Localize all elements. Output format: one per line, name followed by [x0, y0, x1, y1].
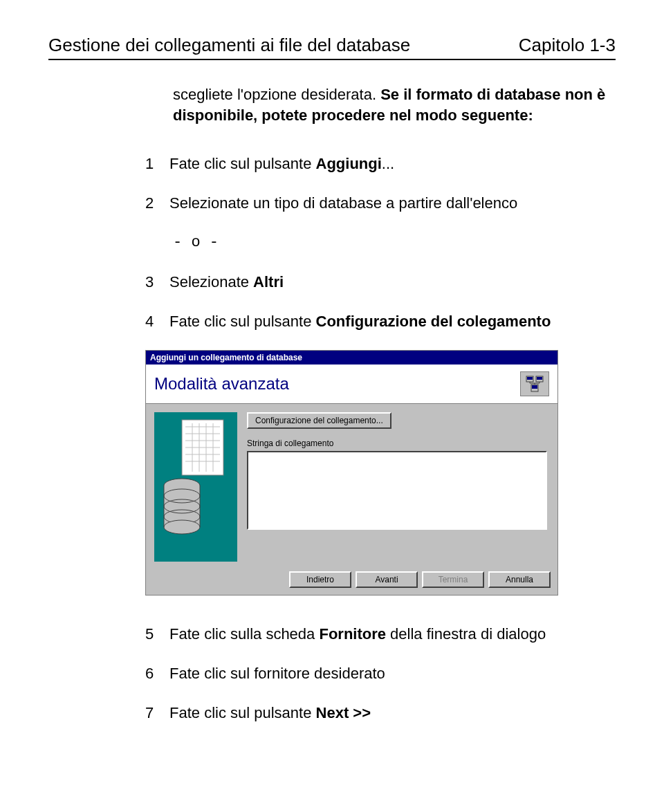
- step-2: 2 Selezionate un tipo di database a part…: [145, 192, 616, 214]
- or-separator: - o -: [173, 232, 616, 254]
- step-number: 2: [145, 192, 169, 214]
- connection-string-input[interactable]: [247, 451, 547, 530]
- cancel-button[interactable]: Annulla: [488, 571, 551, 588]
- header-left: Gestione dei collegamenti ai file del da…: [48, 35, 410, 56]
- step-number: 1: [145, 153, 169, 175]
- step-6: 6 Fate clic sul fornitore desiderato: [145, 663, 616, 685]
- step-text: Fate clic sul pulsante Next >>: [169, 702, 616, 724]
- step-5: 5 Fate clic sulla scheda Fornitore della…: [145, 623, 616, 645]
- dialog-banner: Modalità avanzata: [146, 365, 557, 404]
- step-3: 3 Selezionate Altri: [145, 271, 616, 293]
- page-header: Gestione dei collegamenti ai file del da…: [48, 35, 616, 60]
- step-text: Fate clic sul pulsante Aggiungi...: [169, 153, 616, 175]
- back-button[interactable]: Indietro: [289, 571, 351, 588]
- dialog-screenshot: Aggiungi un collegamento di database Mod…: [145, 350, 616, 596]
- dialog-body: Configurazione del collegamento... Strin…: [146, 404, 557, 567]
- step-text: Selezionate un tipo di database a partir…: [169, 192, 616, 214]
- finish-button: Termina: [422, 571, 484, 588]
- add-connection-dialog: Aggiungi un collegamento di database Mod…: [145, 350, 558, 596]
- intro-pre: scegliete l'opzione desiderata.: [173, 86, 380, 103]
- banner-title: Modalità avanzata: [154, 374, 289, 394]
- step-text: Fate clic sul fornitore desiderato: [169, 663, 616, 685]
- dialog-right-pane: Configurazione del collegamento... Strin…: [247, 412, 549, 530]
- step-4: 4 Fate clic sul pulsante Configurazione …: [145, 311, 616, 333]
- svg-point-26: [164, 520, 200, 534]
- step-text: Selezionate Altri: [169, 271, 616, 293]
- connection-string-label: Stringa di collegamento: [247, 439, 549, 448]
- step-number: 7: [145, 702, 169, 724]
- step-number: 4: [145, 311, 169, 333]
- svg-rect-5: [532, 385, 537, 389]
- dialog-titlebar: Aggiungi un collegamento di database: [146, 351, 557, 365]
- step-number: 3: [145, 271, 169, 293]
- step-number: 5: [145, 623, 169, 645]
- svg-rect-1: [527, 377, 533, 380]
- configure-connection-button[interactable]: Configurazione del collegamento...: [247, 412, 391, 429]
- intro-paragraph: scegliete l'opzione desiderata. Se il fo…: [173, 84, 616, 125]
- header-right: Capitolo 1-3: [519, 35, 616, 56]
- svg-rect-3: [537, 377, 542, 380]
- step-number: 6: [145, 663, 169, 685]
- dialog-button-row: Indietro Avanti Termina Annulla: [146, 567, 557, 595]
- next-button[interactable]: Avanti: [356, 571, 418, 588]
- steps-list-2: 5 Fate clic sulla scheda Fornitore della…: [145, 623, 616, 724]
- sidebar-illustration: [154, 412, 237, 562]
- steps-list: 1 Fate clic sul pulsante Aggiungi... 2 S…: [145, 153, 616, 332]
- step-7: 7 Fate clic sul pulsante Next >>: [145, 702, 616, 724]
- server-icon: [520, 371, 549, 396]
- step-text: Fate clic sulla scheda Fornitore della f…: [169, 623, 616, 645]
- step-1: 1 Fate clic sul pulsante Aggiungi...: [145, 153, 616, 175]
- step-text: Fate clic sul pulsante Configurazione de…: [169, 311, 616, 333]
